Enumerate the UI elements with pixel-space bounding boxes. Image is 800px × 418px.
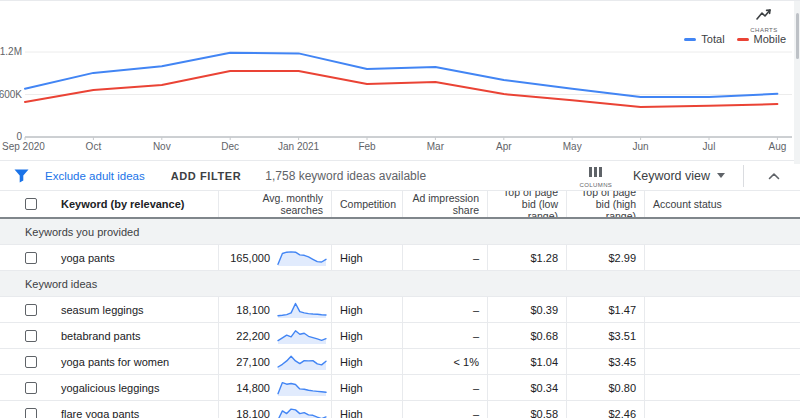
- bid-low-value: $1.28: [530, 252, 558, 264]
- competition-value: High: [340, 304, 363, 316]
- bid-high-value: $2.46: [608, 408, 636, 418]
- row-checkbox[interactable]: [25, 408, 37, 418]
- competition-value: High: [340, 356, 363, 368]
- header-avg-monthly-searches[interactable]: Avg. monthly searches: [219, 191, 332, 217]
- ad-impression-share-value: –: [473, 408, 479, 418]
- ad-impression-share-value: –: [473, 252, 479, 264]
- search-trend-sparkline: [277, 379, 327, 397]
- avg-monthly-searches-value: 22,200: [236, 330, 270, 342]
- header-keyword[interactable]: Keyword (by relevance): [0, 191, 219, 217]
- exclude-adult-ideas-filter[interactable]: Exclude adult ideas: [45, 170, 145, 182]
- ad-impression-share-value: –: [473, 304, 479, 316]
- svg-text:Jul: Jul: [703, 141, 716, 152]
- header-account-status[interactable]: Account status: [645, 191, 800, 217]
- columns-button[interactable]: COLUMNS: [573, 163, 619, 188]
- avg-monthly-searches-value: 165,000: [230, 252, 270, 264]
- total-series-swatch: [684, 38, 696, 41]
- keyword-label: yoga pants: [61, 252, 115, 264]
- search-volume-chart-panel: 0600K1.2MSep 2020OctNovDecJan 2021FebMar…: [0, 1, 800, 161]
- section-header: Keywords you provided: [0, 219, 800, 245]
- filter-icon[interactable]: [14, 169, 29, 183]
- search-volume-line-chart: 0600K1.2MSep 2020OctNovDecJan 2021FebMar…: [0, 1, 800, 161]
- columns-icon: [589, 167, 602, 177]
- header-keyword-label: Keyword (by relevance): [61, 198, 185, 211]
- search-trend-sparkline: [277, 327, 327, 345]
- avg-monthly-searches-value: 14,800: [236, 382, 270, 394]
- ad-impression-share-value: < 1%: [454, 356, 479, 368]
- competition-value: High: [340, 252, 363, 264]
- keyword-planner-page: 0600K1.2MSep 2020OctNovDecJan 2021FebMar…: [0, 0, 800, 418]
- filter-toolbar: Exclude adult ideas ADD FILTER 1,758 key…: [0, 161, 800, 191]
- chevron-up-icon: [768, 171, 780, 181]
- header-competition[interactable]: Competition: [332, 191, 403, 217]
- row-checkbox[interactable]: [25, 356, 37, 368]
- row-checkbox[interactable]: [25, 330, 37, 342]
- svg-text:Nov: Nov: [153, 141, 171, 152]
- mobile-series-swatch: [737, 38, 749, 41]
- bid-low-value: $1.04: [530, 356, 558, 368]
- header-bid-low[interactable]: Top of page bid (low range): [488, 191, 567, 217]
- table-row[interactable]: yogalicious leggings 14,800 High – $0.34…: [0, 375, 800, 401]
- ad-impression-share-value: –: [473, 330, 479, 342]
- bid-high-value: $3.45: [608, 356, 636, 368]
- avg-monthly-searches-value: 18,100: [236, 304, 270, 316]
- table-body: Keywords you provided yoga pants 165,000…: [0, 219, 800, 418]
- section-header: Keyword ideas: [0, 271, 800, 297]
- svg-text:Aug: Aug: [769, 141, 787, 152]
- table-row[interactable]: betabrand pants 22,200 High – $0.68 $3.5…: [0, 323, 800, 349]
- add-filter-button[interactable]: ADD FILTER: [171, 170, 242, 182]
- svg-text:600K: 600K: [0, 89, 22, 100]
- competition-value: High: [340, 382, 363, 394]
- keyword-view-dropdown[interactable]: Keyword view: [633, 169, 725, 183]
- svg-text:Jun: Jun: [633, 141, 649, 152]
- row-checkbox[interactable]: [25, 382, 37, 394]
- columns-button-label: COLUMNS: [573, 182, 619, 188]
- keyword-label: seasum leggings: [61, 304, 144, 316]
- search-trend-sparkline: [277, 353, 327, 371]
- svg-text:Feb: Feb: [358, 141, 376, 152]
- row-checkbox[interactable]: [25, 252, 37, 264]
- chevron-down-icon: [717, 173, 725, 178]
- bid-low-value: $0.34: [530, 382, 558, 394]
- svg-text:Apr: Apr: [496, 141, 512, 152]
- search-trend-sparkline: [277, 301, 327, 319]
- competition-value: High: [340, 408, 363, 418]
- bid-low-value: $0.68: [530, 330, 558, 342]
- legend-mobile-label: Mobile: [754, 33, 786, 45]
- bid-low-value: $0.58: [530, 408, 558, 418]
- table-row[interactable]: flare yoga pants 18,100 High – $0.58 $2.…: [0, 401, 800, 418]
- avg-monthly-searches-value: 27,100: [236, 356, 270, 368]
- bid-high-value: $3.51: [608, 330, 636, 342]
- bid-high-value: $0.80: [608, 382, 636, 394]
- table-row[interactable]: yoga pants for women 27,100 High < 1% $1…: [0, 349, 800, 375]
- keyword-label: yoga pants for women: [61, 356, 169, 368]
- header-ad-impression-share[interactable]: Ad impression share: [403, 191, 488, 217]
- row-checkbox[interactable]: [25, 304, 37, 316]
- svg-text:Jan 2021: Jan 2021: [278, 141, 320, 152]
- charts-toggle-button[interactable]: CHARTS: [742, 7, 786, 33]
- search-trend-sparkline: [277, 249, 327, 267]
- ad-impression-share-value: –: [473, 382, 479, 394]
- keyword-label: flare yoga pants: [61, 408, 139, 418]
- keyword-ideas-count: 1,758 keyword ideas available: [265, 169, 426, 183]
- bid-high-value: $2.99: [608, 252, 636, 264]
- search-trend-sparkline: [277, 405, 327, 418]
- legend-item-total[interactable]: Total: [684, 33, 724, 45]
- keyword-label: betabrand pants: [61, 330, 141, 342]
- select-all-checkbox[interactable]: [25, 198, 37, 210]
- legend-total-label: Total: [701, 33, 724, 45]
- svg-text:Sep 2020: Sep 2020: [2, 141, 45, 152]
- table-header-row: Keyword (by relevance) Avg. monthly sear…: [0, 191, 800, 219]
- svg-text:Dec: Dec: [221, 141, 239, 152]
- keyword-view-label: Keyword view: [633, 169, 710, 183]
- scrollbar-thumb[interactable]: [796, 13, 799, 59]
- legend-item-mobile[interactable]: Mobile: [737, 33, 786, 45]
- table-row[interactable]: seasum leggings 18,100 High – $0.39 $1.4…: [0, 297, 800, 323]
- collapse-panel-button[interactable]: [762, 169, 786, 183]
- bid-high-value: $1.47: [608, 304, 636, 316]
- toolbar-divider: [743, 165, 744, 187]
- svg-text:May: May: [563, 141, 582, 152]
- table-row[interactable]: yoga pants 165,000 High – $1.28 $2.99: [0, 245, 800, 271]
- header-bid-high[interactable]: Top of page bid (high range): [567, 191, 645, 217]
- bid-low-value: $0.39: [530, 304, 558, 316]
